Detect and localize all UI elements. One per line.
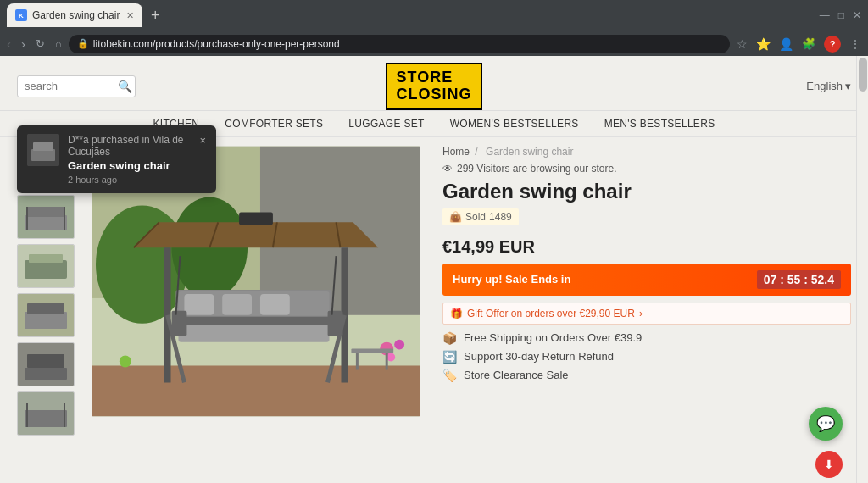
thumb-4[interactable] <box>17 293 75 337</box>
new-tab-button[interactable]: + <box>151 7 160 25</box>
nav-mens-bestsellers[interactable]: MEN'S BESTSELLERS <box>604 118 715 130</box>
product-title: Garden swing chair <box>442 180 851 203</box>
tab-title: Garden swing chair <box>32 9 120 21</box>
sold-badge: 👜 Sold 1489 <box>442 208 519 225</box>
svg-rect-30 <box>239 212 273 225</box>
url-text: litobekin.com/products/purchase-only-one… <box>93 38 340 50</box>
breadcrumb-home[interactable]: Home <box>442 146 470 158</box>
product-info: Home / Garden swing chair 👁 299 Visitors… <box>434 146 851 475</box>
thumb-5[interactable] <box>17 342 75 386</box>
chevron-down-icon: ▾ <box>845 80 851 92</box>
nav-icons: ‹ › ↻ ⌂ <box>7 36 62 51</box>
svg-rect-41 <box>260 294 290 315</box>
scrollbar-thumb[interactable] <box>859 58 867 92</box>
download-button[interactable]: ⬇ <box>815 451 843 478</box>
notification-time: 2 hours ago <box>68 175 187 185</box>
svg-rect-9 <box>29 254 63 263</box>
back-button[interactable]: ‹ <box>7 36 11 51</box>
chat-button[interactable]: 💬 <box>809 407 843 441</box>
feature-return: 🔄 Support 30-day Return Refund <box>442 350 851 364</box>
thumb-6[interactable] <box>17 391 75 436</box>
browser-tab[interactable]: K Garden swing chair ✕ <box>7 3 142 27</box>
home-button[interactable]: ⌂ <box>55 37 62 50</box>
tab-favicon: K <box>15 9 27 21</box>
scrollbar[interactable] <box>856 56 868 483</box>
nav-luggage-set[interactable]: LUGGAGE SET <box>348 118 424 130</box>
maximize-button[interactable]: □ <box>838 9 844 21</box>
bookmark-icon[interactable]: ☆ <box>737 37 748 51</box>
nav-womens-bestsellers[interactable]: WOMEN'S BESTSELLERS <box>450 118 579 130</box>
search-icon: 🔍 <box>118 80 132 93</box>
svg-marker-25 <box>134 222 379 247</box>
page: 🔍 STORE CLOSING English ▾ KITCHEN COMFOR… <box>0 56 868 483</box>
feature-clearance: 🏷️ Store Clearance Sale <box>442 369 851 382</box>
logo-line1: STORE <box>396 69 471 86</box>
return-icon: 🔄 <box>442 350 457 364</box>
breadcrumb-separator: / <box>475 146 477 158</box>
svg-rect-11 <box>27 303 64 314</box>
gift-icon: 🎁 <box>450 308 463 319</box>
browser-toolbar: ‹ › ↻ ⌂ 🔒 litobekin.com/products/purchas… <box>0 31 868 56</box>
notification-product-image <box>27 134 59 166</box>
refresh-button[interactable]: ↻ <box>36 37 45 50</box>
svg-rect-55 <box>33 142 53 151</box>
svg-rect-4 <box>25 215 67 230</box>
extension-icon[interactable]: 🧩 <box>802 37 815 50</box>
window-controls: — □ ✕ <box>820 9 861 21</box>
svg-rect-43 <box>328 310 343 336</box>
thumb-2[interactable] <box>17 195 75 239</box>
eye-icon: 👁 <box>442 163 453 175</box>
close-window-button[interactable]: ✕ <box>853 9 861 21</box>
notification-product-name: Garden swing chair <box>68 159 187 172</box>
language-selector[interactable]: English ▾ <box>806 80 851 92</box>
features-list: 📦 Free Shipping on Orders Over €39.9 🔄 S… <box>442 331 851 382</box>
forward-button[interactable]: › <box>21 36 25 51</box>
header-left: 🔍 <box>17 75 295 97</box>
profile-circle[interactable]: ? <box>824 36 841 53</box>
thumb-3[interactable] <box>17 244 75 288</box>
svg-rect-8 <box>25 260 67 279</box>
visitors-badge: 👁 299 Visitors are browsing our store. <box>442 163 851 175</box>
svg-rect-50 <box>351 348 393 353</box>
notification-close-button[interactable]: × <box>199 134 206 147</box>
notification-popup: D**a purchased in Vila de Cucujães Garde… <box>17 125 216 193</box>
product-thumbnails <box>17 146 78 475</box>
svg-rect-40 <box>222 294 252 315</box>
svg-rect-14 <box>25 410 67 427</box>
breadcrumb-current: Garden swing chair <box>486 146 573 158</box>
svg-rect-19 <box>92 365 420 416</box>
minimize-button[interactable]: — <box>820 9 830 21</box>
notification-purchaser: D**a purchased in Vila de Cucujães <box>68 134 187 158</box>
download-icon: ⬇ <box>824 458 834 471</box>
clearance-icon: 🏷️ <box>442 369 457 382</box>
sale-label: Hurry up! Sale Ends in <box>453 273 570 286</box>
clearance-text: Store Clearance Sale <box>464 369 569 381</box>
notification-text: D**a purchased in Vila de Cucujães Garde… <box>68 134 187 185</box>
shipping-text: Free Shipping on Orders Over €39.9 <box>464 331 642 344</box>
site-header: 🔍 STORE CLOSING English ▾ <box>0 56 868 111</box>
bag-icon: 👜 <box>449 211 462 223</box>
menu-button[interactable]: ⋮ <box>849 37 861 51</box>
svg-point-47 <box>394 339 404 349</box>
header-right: English ▾ <box>573 80 851 92</box>
nav-comforter-sets[interactable]: COMFORTER SETS <box>225 118 323 130</box>
profile-icon[interactable]: 👤 <box>779 37 793 51</box>
shipping-icon: 📦 <box>442 331 457 345</box>
gift-offer[interactable]: 🎁 Gift Offer on orders over €29,90 EUR › <box>442 303 851 325</box>
svg-rect-5 <box>27 207 64 217</box>
search-input[interactable] <box>25 80 118 92</box>
tab-close-button[interactable]: ✕ <box>126 10 134 21</box>
timer-value: 07 : 55 : 52.4 <box>757 270 841 289</box>
svg-rect-37 <box>178 325 329 341</box>
header-center: STORE CLOSING <box>295 63 573 110</box>
visitors-text: 299 Visitors are browsing our store. <box>457 163 617 175</box>
svg-rect-39 <box>184 294 214 315</box>
svg-rect-42 <box>172 310 187 336</box>
star-icon[interactable]: ⭐ <box>756 37 771 51</box>
sale-timer: Hurry up! Sale Ends in 07 : 55 : 52.4 <box>442 264 851 296</box>
lock-icon: 🔒 <box>77 38 89 49</box>
svg-point-49 <box>120 355 131 367</box>
address-bar[interactable]: 🔒 litobekin.com/products/purchase-only-o… <box>69 35 730 53</box>
search-box[interactable]: 🔍 <box>17 75 136 97</box>
breadcrumb: Home / Garden swing chair <box>442 146 851 158</box>
